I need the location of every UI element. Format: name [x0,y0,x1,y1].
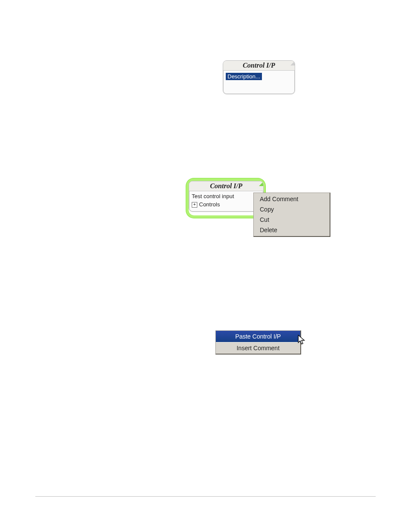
ctx-item-insert-comment[interactable]: Insert Comment [216,342,300,354]
block-description-text: Test control input [192,193,234,201]
control-ip-block[interactable]: Control I/P Description... [223,60,295,94]
block-title: Control I/P [223,61,295,71]
expand-icon[interactable]: + [192,202,197,208]
figure-block-contextmenu: Control I/P Test control input + Control… [189,181,331,246]
ctx-item-paste-control-ip[interactable]: Paste Control I/P [216,331,300,342]
block-body: Test control input + Controls [189,191,263,212]
figure-block-description: Control I/P Description... [223,60,295,94]
block-title: Control I/P [189,181,263,191]
selected-block-halo: Control I/P Test control input + Control… [189,181,263,215]
block-body: Description... [223,71,295,94]
tree-node-label: Controls [199,201,220,209]
ctx-item-copy[interactable]: Copy [254,204,330,215]
context-menu: Add Comment Copy Cut Delete [253,193,330,237]
block-description-line: Test control input [192,193,261,201]
page: Control I/P Description... Control I/P T… [0,0,411,532]
control-ip-block-selected[interactable]: Control I/P Test control input + Control… [189,181,264,212]
footer-divider [35,496,376,497]
figure-paste-contextmenu: Paste Control I/P Insert Comment [215,330,302,355]
ctx-item-cut[interactable]: Cut [254,215,330,225]
block-tree-row[interactable]: + Controls [192,201,261,209]
block-highlighted-menu-item[interactable]: Description... [226,73,262,80]
ctx-item-delete[interactable]: Delete [254,225,330,235]
context-menu: Paste Control I/P Insert Comment [215,330,301,355]
ctx-item-add-comment[interactable]: Add Comment [254,194,330,204]
